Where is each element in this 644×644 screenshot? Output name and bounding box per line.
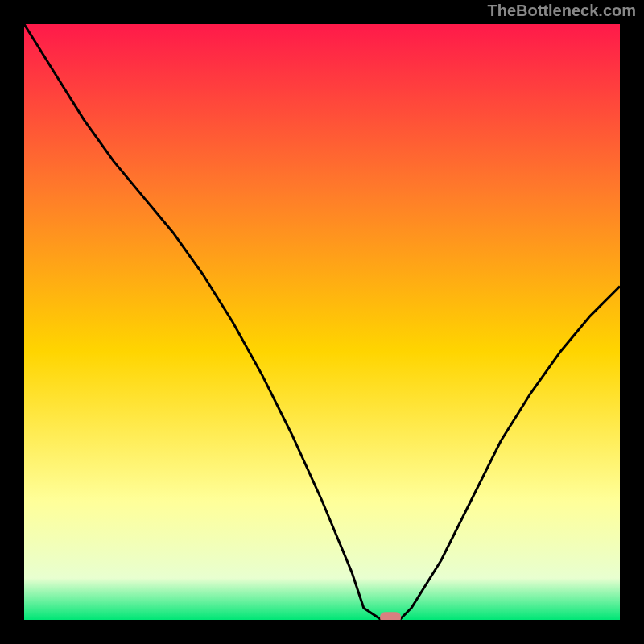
optimal-marker	[380, 612, 401, 620]
plot-area	[24, 24, 620, 620]
watermark-text: TheBottleneck.com	[488, 2, 636, 20]
bottleneck-chart	[24, 24, 620, 620]
chart-container: TheBottleneck.com	[0, 0, 644, 644]
gradient-background	[24, 24, 620, 620]
